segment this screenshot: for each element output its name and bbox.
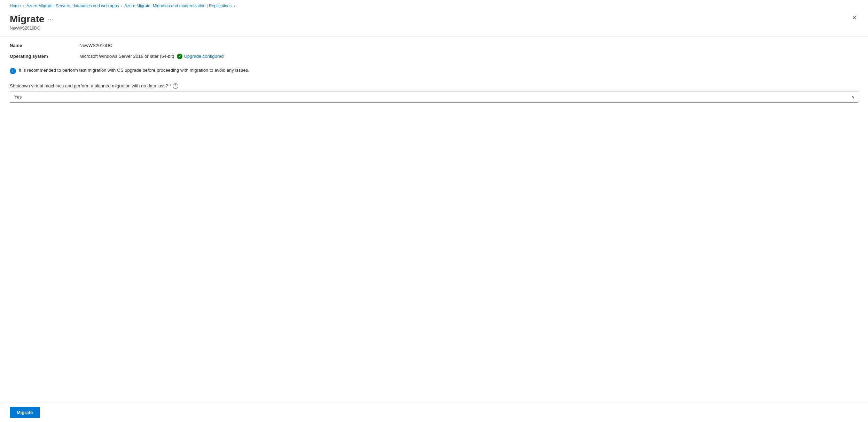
upgrade-badge-label: Upgrade configured xyxy=(184,54,224,59)
header-section: Migrate ··· NewWS2016DC ✕ xyxy=(0,10,868,36)
page-container: Home › Azure Migrate | Servers, database… xyxy=(0,0,868,422)
name-value: NewWS2016DC xyxy=(79,42,858,49)
required-indicator: * xyxy=(170,83,171,88)
content-section: Name NewWS2016DC Operating system Micros… xyxy=(0,37,868,402)
breadcrumb-home[interactable]: Home xyxy=(10,3,21,8)
os-value-text: Microsoft Windows Server 2016 or later (… xyxy=(79,54,174,59)
header-left: Migrate ··· NewWS2016DC xyxy=(10,13,53,31)
shutdown-field-label: Shutdown virtual machines and perform a … xyxy=(10,83,858,89)
footer-bar: Migrate xyxy=(0,402,868,422)
page-subtitle: NewWS2016DC xyxy=(10,26,53,31)
os-label: Operating system xyxy=(10,53,79,60)
close-button[interactable]: ✕ xyxy=(850,13,858,22)
os-value: Microsoft Windows Server 2016 or later (… xyxy=(79,53,858,60)
info-icon: i xyxy=(10,68,16,74)
breadcrumb-sep-1: › xyxy=(23,4,24,8)
more-options-button[interactable]: ··· xyxy=(48,16,53,23)
upgrade-badge[interactable]: ✓ Upgrade configured xyxy=(177,54,224,59)
shutdown-select-wrapper: Yes No ∨ xyxy=(10,92,858,103)
header-title-row: Migrate ··· xyxy=(10,13,53,25)
tooltip-icon[interactable]: ? xyxy=(173,83,178,89)
info-grid: Name NewWS2016DC Operating system Micros… xyxy=(10,42,858,60)
name-label: Name xyxy=(10,42,79,49)
breadcrumb-sep-2: › xyxy=(121,4,123,8)
migrate-button[interactable]: Migrate xyxy=(10,407,40,418)
check-circle-icon: ✓ xyxy=(177,54,182,59)
breadcrumb-sep-3: › xyxy=(234,4,235,8)
page-title: Migrate xyxy=(10,13,45,25)
shutdown-select[interactable]: Yes No xyxy=(10,92,858,103)
shutdown-field-section: Shutdown virtual machines and perform a … xyxy=(10,83,858,103)
shutdown-label-text: Shutdown virtual machines and perform a … xyxy=(10,83,168,88)
breadcrumb-replications[interactable]: Azure Migrate: Migration and modernizati… xyxy=(124,3,232,8)
breadcrumb: Home › Azure Migrate | Servers, database… xyxy=(0,0,868,10)
breadcrumb-azure-migrate[interactable]: Azure Migrate | Servers, databases and w… xyxy=(26,3,119,8)
info-banner: i It is recommended to perform test migr… xyxy=(10,67,858,75)
info-banner-text: It is recommended to perform test migrat… xyxy=(19,68,249,73)
